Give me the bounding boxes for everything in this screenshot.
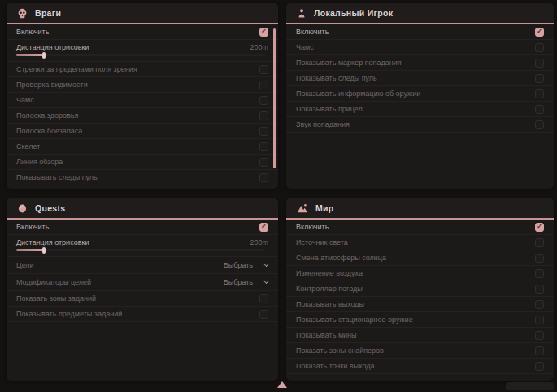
setting-label: Дистанция отрисовки [16, 43, 89, 51]
setting-label: Смена атмосферы солнца [296, 254, 386, 262]
panel-header: Враги [7, 3, 278, 24]
checkbox[interactable] [259, 142, 268, 151]
dropdown[interactable]: Выбрать [224, 278, 268, 286]
checkbox[interactable] [535, 43, 544, 52]
settings-list: Включить✓Источник светаСмена атмосферы с… [286, 220, 554, 374]
toggle-row[interactable]: Показывать предметы заданий [7, 307, 278, 322]
setting-label: Модификаторы целей [16, 278, 91, 286]
panel-quests: Quests Включить✓Дистанция отрисовки200mЦ… [7, 198, 278, 381]
toggle-row[interactable]: Смена атмосферы солнца [286, 250, 554, 266]
checkbox[interactable] [535, 254, 544, 263]
setting-label: Показать точки выхода [296, 362, 374, 370]
checkbox[interactable] [535, 89, 544, 98]
checkbox[interactable] [535, 269, 544, 278]
setting-label: Линия обзора [16, 158, 63, 166]
slider[interactable] [16, 54, 265, 56]
toggle-row[interactable]: Включить✓ [7, 220, 278, 235]
panel-title: Враги [35, 8, 61, 18]
toggle-row[interactable]: Полоска боезапаса [7, 124, 278, 139]
checkbox[interactable]: ✓ [259, 28, 268, 37]
toggle-row[interactable]: Показывать стационарное оружие [286, 312, 554, 328]
toggle-row[interactable]: Показывать выходы [286, 297, 554, 312]
checkbox[interactable] [535, 238, 544, 247]
toggle-row[interactable]: Включить✓ [7, 24, 278, 40]
toggle-row[interactable]: Чамс [286, 40, 554, 55]
toggle-row[interactable]: Включить✓ [286, 24, 554, 40]
scrollbar[interactable] [273, 28, 276, 168]
toggle-row[interactable]: Звук попадания [286, 117, 554, 133]
toggle-row[interactable]: Линия обзора [7, 155, 278, 170]
toggle-row[interactable]: Показывать следы пуль [7, 170, 278, 185]
skull-icon [17, 8, 28, 19]
checkbox[interactable]: ✓ [259, 223, 268, 232]
toggle-row[interactable]: Показывать следы пуль [286, 71, 554, 86]
toggle-row[interactable]: Источник света [286, 235, 554, 250]
setting-label: Показывать следы пуль [296, 74, 377, 82]
checkbox[interactable] [259, 310, 268, 319]
settings-list: Включить✓ЧамсПоказывать маркер попадания… [286, 24, 554, 133]
quest-icon [17, 203, 28, 214]
checkbox[interactable] [259, 65, 268, 74]
toggle-row[interactable]: Показать точки выхода [286, 359, 554, 374]
slider[interactable] [16, 249, 265, 251]
toggle-row[interactable]: Полоска здоровья [7, 108, 278, 124]
checkbox[interactable]: ✓ [535, 223, 544, 232]
setting-label: Стрелки за пределами поля зрения [16, 65, 137, 73]
checkbox[interactable] [259, 127, 268, 136]
panel-header: Мир [286, 198, 554, 220]
toggle-row[interactable]: Показывать маркер попадания [286, 55, 554, 71]
toggle-row[interactable]: Контроллер погоды [286, 281, 554, 297]
chevron-down-icon [263, 278, 269, 284]
toggle-row[interactable]: Включить✓ [286, 220, 554, 235]
panel-header: Локальный Игрок [286, 3, 554, 24]
setting-label: Показывать прицел [296, 105, 363, 113]
checkbox[interactable] [535, 74, 544, 83]
toggle-row[interactable]: Проверка видимости [7, 77, 278, 93]
toggle-row[interactable]: Показывать прицел [286, 102, 554, 117]
slider-row: Дистанция отрисовки200m [7, 40, 278, 62]
setting-label: Полоска боезапаса [16, 127, 82, 135]
slider-thumb[interactable] [42, 52, 46, 59]
checkbox[interactable] [259, 173, 268, 182]
checkbox[interactable] [259, 81, 268, 89]
checkbox[interactable] [535, 120, 544, 129]
settings-list: Включить✓Дистанция отрисовки200mЦелиВыбр… [7, 220, 278, 322]
setting-label: Чамс [16, 96, 34, 104]
setting-label: Показывать выходы [296, 300, 364, 308]
toggle-row[interactable]: Показать зоны снайперов [286, 343, 554, 359]
setting-label: Изменение воздуха [296, 269, 363, 277]
toggle-row[interactable]: Показать зоны заданий [7, 291, 278, 307]
dropdown[interactable]: Выбрать [224, 261, 268, 269]
checkbox[interactable] [535, 59, 544, 68]
cursor-icon [277, 381, 287, 388]
checkbox[interactable] [535, 316, 544, 324]
slider-thumb[interactable] [42, 247, 46, 254]
checkbox[interactable] [259, 96, 268, 105]
setting-label: Проверка видимости [16, 81, 88, 89]
toggle-row[interactable]: Чамс [7, 93, 278, 108]
checkbox[interactable] [535, 300, 544, 309]
panel-enemies: Враги Включить✓Дистанция отрисовки200mСт… [7, 3, 278, 189]
setting-label: Показывать стационарное оружие [296, 316, 413, 324]
setting-label: Включить [296, 223, 329, 231]
toggle-row[interactable]: Изменение воздуха [286, 266, 554, 281]
checkbox[interactable] [535, 285, 544, 294]
checkbox[interactable]: ✓ [535, 28, 544, 37]
checkbox[interactable] [535, 346, 544, 355]
setting-label: Цели [16, 261, 34, 269]
checkbox[interactable] [259, 158, 268, 167]
checkbox[interactable] [259, 294, 268, 303]
checkbox[interactable] [535, 331, 544, 340]
toggle-row[interactable]: Стрелки за пределами поля зрения [7, 62, 278, 77]
dropdown-value: Выбрать [224, 261, 253, 269]
slider-row: Дистанция отрисовки200m [7, 235, 278, 257]
toggle-row[interactable]: Показывать информацию об оружии [286, 86, 554, 102]
setting-label: Показывать следы пуль [16, 173, 98, 181]
toggle-row[interactable]: Показывать мины [286, 328, 554, 343]
checkbox[interactable] [259, 111, 268, 120]
setting-label: Источник света [296, 238, 348, 246]
toggle-row[interactable]: Скелет [7, 139, 278, 155]
checkbox[interactable] [535, 105, 544, 114]
checkbox[interactable] [535, 362, 544, 371]
mod-menu-overlay: Враги Включить✓Дистанция отрисовки200mСт… [0, 0, 557, 392]
